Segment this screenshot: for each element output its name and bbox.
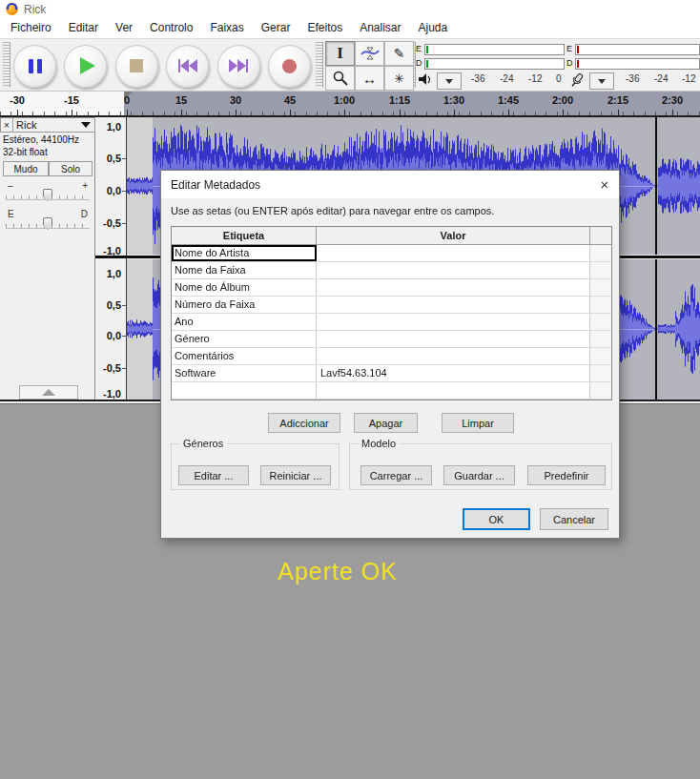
skip-start-icon [178, 59, 197, 72]
ruler-major-tick [344, 110, 345, 115]
ruler-label: 2:15 [607, 94, 628, 106]
track-name-menu[interactable]: Rick [13, 117, 95, 133]
tag-cell[interactable]: Software [172, 365, 317, 381]
track-control-panel: × Rick Estéreo, 44100Hz 32-bit float Mud… [0, 117, 95, 400]
row-gutter [590, 365, 611, 381]
zoom-tool-button[interactable] [325, 66, 355, 91]
value-cell[interactable] [317, 331, 590, 347]
record-button[interactable] [268, 45, 311, 88]
menu-item-gerar[interactable]: Gerar [253, 18, 299, 38]
tag-cell[interactable]: Nome do Álbum [172, 279, 317, 296]
remove-tag-button[interactable]: Apagar [354, 413, 418, 433]
track-header: × Rick [0, 117, 95, 133]
menu-item-ajuda[interactable]: Ajuda [410, 18, 457, 38]
menu-item-editar[interactable]: Editar [60, 18, 107, 38]
edit-genres-button[interactable]: Editar ... [178, 465, 249, 485]
tag-cell[interactable]: Nome da Faixa [172, 262, 317, 278]
tag-cell[interactable] [172, 382, 317, 399]
timeshift-tool-button[interactable]: ↔ [355, 66, 384, 91]
selection-tool-button[interactable]: I [325, 41, 355, 66]
pan-slider[interactable]: ED [6, 209, 90, 234]
menubar: FicheiroEditarVerControloFaixasGerarEfei… [0, 18, 700, 38]
meter-bar [424, 58, 565, 70]
multi-tool-icon: ✳ [394, 72, 404, 86]
menu-item-ficheiro[interactable]: Ficheiro [2, 18, 60, 38]
value-cell[interactable] [317, 314, 590, 330]
recording-meter-scale-row: -36-24-12 [566, 72, 700, 90]
dialog-close-icon[interactable]: × [590, 176, 619, 193]
reset-genres-button[interactable]: Reiniciar ... [260, 465, 331, 485]
skip-to-end-button[interactable] [217, 45, 260, 88]
ruler-label: 1:45 [498, 94, 519, 106]
toolbar-grip[interactable] [2, 42, 10, 88]
timeline-ruler[interactable]: -30-1501530451:001:151:301:452:002:152:3… [0, 92, 700, 117]
amplitude-scale-tick [122, 305, 126, 306]
track-collapse-button[interactable] [19, 385, 78, 400]
tag-cell[interactable]: Nome do Artista [172, 245, 317, 261]
skip-to-start-button[interactable] [166, 45, 209, 88]
ruler-minor-ticks [0, 112, 700, 115]
menu-item-ver[interactable]: Ver [107, 18, 141, 38]
metadata-row [172, 382, 611, 400]
solo-button[interactable]: Solo [49, 161, 93, 176]
window-title: Rick [24, 3, 46, 16]
ruler-major-tick [127, 110, 128, 115]
toolbar-grip[interactable] [315, 42, 323, 88]
stop-button[interactable] [115, 45, 158, 88]
value-cell[interactable] [317, 297, 590, 313]
amplitude-scale-label: 0,5 [107, 299, 121, 311]
ruler-label: 0 [124, 94, 130, 106]
ruler-label: 45 [284, 94, 296, 106]
meter-channel-label: D [566, 56, 575, 71]
menu-item-controlo[interactable]: Controlo [141, 18, 201, 38]
menu-item-faixas[interactable]: Faixas [201, 18, 252, 38]
row-gutter [590, 331, 611, 347]
value-cell[interactable] [317, 279, 590, 296]
ruler-label: -15 [64, 94, 79, 106]
value-column-header[interactable]: Valor [317, 227, 590, 244]
cancel-button[interactable]: Cancelar [540, 508, 608, 530]
draw-tool-button[interactable]: ✎ [384, 41, 414, 66]
set-default-button[interactable]: Predefinir [527, 465, 606, 485]
gain-slider[interactable]: –+ [6, 180, 90, 205]
value-cell[interactable] [317, 382, 590, 399]
menu-item-efeitos[interactable]: Efeitos [299, 18, 351, 38]
edit-metadata-dialog: Editar Metadados × Use as setas (ou ENTE… [160, 170, 620, 539]
gain-max-label: + [82, 180, 88, 191]
add-tag-button[interactable]: Adiccionar [268, 413, 340, 433]
multi-tool-button[interactable]: ✳ [384, 66, 414, 91]
menu-item-analisar[interactable]: Analisar [351, 18, 409, 38]
ruler-major-tick [236, 110, 237, 115]
amplitude-scale-label: 0,5 [107, 153, 121, 164]
envelope-tool-button[interactable] [355, 41, 384, 66]
playback-meter-dropdown[interactable] [437, 72, 462, 90]
tag-column-header[interactable]: Etiqueta [172, 227, 317, 244]
value-cell[interactable] [317, 245, 590, 261]
metadata-row: Ano [172, 314, 611, 331]
metadata-table: Etiqueta Valor Nome do ArtistaNome da Fa… [171, 226, 612, 400]
tag-cell[interactable]: Ano [172, 314, 317, 330]
tag-cell[interactable]: Género [172, 331, 317, 347]
playback-meter[interactable]: ED -36-24-120 [416, 42, 565, 90]
annotation-text: Aperte OK [278, 558, 398, 585]
value-cell[interactable]: Lavf54.63.104 [317, 365, 590, 381]
pause-button[interactable] [13, 45, 56, 88]
tag-cell[interactable]: Número da Faixa [172, 297, 317, 313]
dialog-titlebar[interactable]: Editar Metadados × [161, 171, 619, 198]
recording-meter-dropdown[interactable] [589, 72, 614, 90]
clear-button[interactable]: Limpar [442, 413, 514, 433]
track-close-button[interactable]: × [0, 117, 13, 133]
value-cell[interactable] [317, 262, 590, 278]
transport-toolbar [13, 43, 311, 89]
titlebar: Rick [0, 0, 700, 18]
play-button[interactable] [64, 45, 107, 88]
ok-button[interactable]: OK [463, 508, 530, 530]
save-template-button[interactable]: Guardar ... [443, 465, 515, 485]
load-template-button[interactable]: Carregar ... [360, 465, 432, 485]
meter-channel-label: D [416, 56, 424, 71]
tag-cell[interactable]: Comentários [172, 348, 317, 364]
mute-button[interactable]: Mudo [3, 161, 49, 176]
recording-meter[interactable]: ED -36-24-12 [566, 42, 700, 90]
value-cell[interactable] [317, 348, 590, 364]
vertical-scale-ruler[interactable]: 1,00,50,0-0,5-1,01,00,50,0-0,5-1,0 [95, 117, 127, 400]
